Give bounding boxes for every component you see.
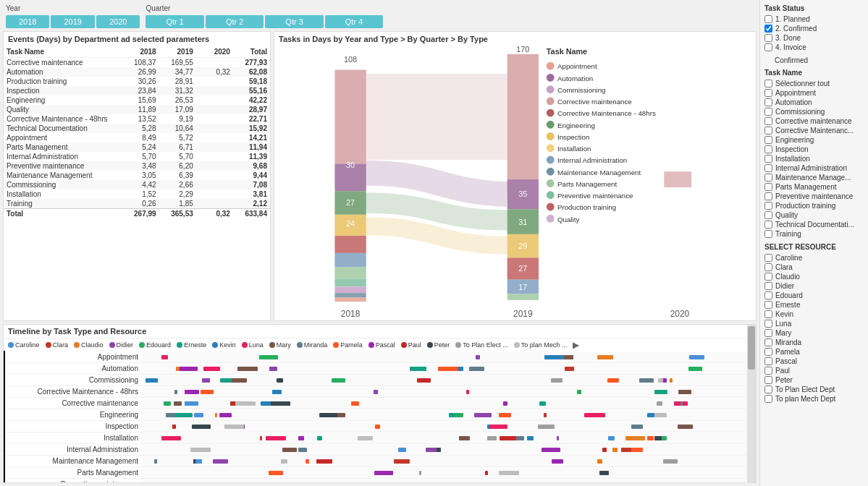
resource-checkbox[interactable] (764, 357, 772, 365)
row-value: 2,12 (233, 199, 270, 209)
timeline-bar (500, 436, 516, 440)
timeline-row-label: Inspection (4, 422, 141, 430)
task-name-checkbox[interactable] (764, 145, 772, 153)
timeline-scroll-thumb[interactable] (748, 326, 755, 370)
resource-checkbox[interactable] (764, 385, 772, 393)
timeline-row: Engineering (4, 409, 756, 421)
resource-checkbox[interactable] (764, 263, 772, 271)
task-name-checkbox[interactable] (764, 89, 772, 97)
timeline-legend-item: Caroline (8, 341, 40, 349)
resource-label: Didier (775, 282, 794, 290)
task-status-checkbox[interactable] (764, 15, 772, 23)
timeline-bar (639, 378, 654, 383)
task-status-checkbox[interactable] (764, 25, 772, 33)
timeline-track (141, 410, 756, 420)
task-name-item: Internal Administration (764, 163, 864, 173)
resource-checkbox[interactable] (764, 320, 772, 328)
task-name-checkbox[interactable] (764, 202, 772, 210)
legend-text: Pascal (376, 341, 395, 349)
resource-checkbox[interactable] (764, 395, 772, 403)
task-name-checkbox[interactable] (764, 136, 772, 144)
task-name-checkbox[interactable] (764, 127, 772, 135)
task-status-label: 2. Confirmed (775, 25, 817, 33)
resource-checkbox[interactable] (764, 348, 772, 356)
quarter-btn-3[interactable]: Qtr 3 (265, 15, 323, 28)
timeline-bar (302, 482, 313, 484)
timeline-legend-item: Clara (46, 341, 69, 349)
task-name-checkbox[interactable] (764, 80, 772, 88)
task-name-checkbox[interactable] (764, 164, 772, 172)
resource-label: Peter (775, 376, 793, 384)
timeline-track (141, 445, 756, 455)
svg-point-36 (547, 97, 555, 105)
task-name-checkbox[interactable] (764, 192, 772, 200)
svg-rect-8 (334, 286, 366, 293)
task-status-items: 1. Planned2. Confirmed3. Done4. Invoice (764, 14, 864, 52)
task-name-checkbox[interactable] (764, 108, 772, 116)
row-value (196, 86, 233, 95)
task-name-checkbox[interactable] (764, 211, 772, 219)
task-name-item: Production training (764, 201, 864, 210)
resource-checkbox[interactable] (764, 273, 772, 281)
resource-checkbox[interactable] (764, 301, 772, 309)
svg-point-30 (547, 62, 555, 70)
svg-text:Maintenance Management: Maintenance Management (557, 169, 641, 176)
task-name-checkbox[interactable] (764, 174, 772, 182)
timeline-scrollbar[interactable] (747, 325, 756, 482)
timeline-track (141, 468, 756, 478)
resource-checkbox[interactable] (764, 329, 772, 337)
task-name-checkbox[interactable] (764, 98, 772, 106)
events-table: Task Name 2018 2019 2020 Total Correctiv… (4, 46, 270, 218)
task-name-checkbox[interactable] (764, 117, 772, 125)
task-name-checkbox[interactable] (764, 221, 772, 229)
row-value: 108,37 (122, 58, 159, 68)
row-value: 11,89 (122, 105, 159, 114)
timeline-bar (410, 367, 426, 371)
year-btn-2018[interactable]: 2018 (6, 15, 49, 28)
svg-point-50 (547, 179, 555, 187)
task-name-checkbox[interactable] (764, 230, 772, 238)
quarter-btn-2[interactable]: Qtr 2 (206, 15, 264, 28)
table-row: Quality11,8917,0928,97 (4, 105, 270, 114)
legend-text: Kevin (219, 341, 236, 349)
task-name-checkbox[interactable] (764, 183, 772, 191)
resource-checkbox[interactable] (764, 291, 772, 299)
resource-checkbox[interactable] (764, 338, 772, 346)
resource-checkbox[interactable] (764, 310, 772, 318)
resource-checkbox[interactable] (764, 376, 772, 384)
quarter-btn-4[interactable]: Qtr 4 (325, 15, 383, 28)
table-row: Production training30,2628,9159,18 (4, 77, 270, 86)
resource-item: Miranda (764, 338, 864, 347)
timeline-track (141, 375, 756, 385)
row-value (196, 124, 233, 133)
task-name-filter-section: Task Name Sélectionner toutAppointmentAu… (764, 69, 864, 239)
timeline-bar (317, 436, 322, 440)
svg-rect-28 (664, 171, 691, 187)
task-name-checkbox[interactable] (764, 155, 772, 163)
resource-checkbox[interactable] (764, 254, 772, 262)
table-row: Maintenance Management3,056,399,44 (4, 171, 270, 180)
task-status-checkbox[interactable] (764, 43, 772, 51)
legend-color-dot (333, 342, 339, 348)
resource-item: Erneste (764, 300, 864, 310)
timeline-row: Automation (4, 363, 756, 375)
resource-label: Erneste (775, 301, 800, 309)
quarter-btn-1[interactable]: Qtr 1 (146, 15, 203, 28)
year-btn-2019[interactable]: 2019 (51, 15, 94, 28)
timeline-bar (316, 459, 333, 464)
legend-text: Claudio (81, 341, 104, 349)
resource-label: Paul (775, 367, 790, 375)
timeline-row-label: Installation (4, 434, 141, 442)
resource-checkbox[interactable] (764, 367, 772, 375)
resource-checkbox[interactable] (764, 282, 772, 290)
legend-scroll-arrow[interactable]: ▶ (573, 340, 579, 350)
year-btn-2020[interactable]: 2020 (96, 15, 140, 28)
resource-label: Kevin (775, 310, 793, 318)
row-task-name: Appointment (4, 133, 122, 142)
row-value: 0,32 (196, 209, 233, 219)
svg-rect-10 (334, 298, 366, 302)
row-value: 11,94 (233, 142, 270, 152)
task-status-checkbox[interactable] (764, 34, 772, 42)
timeline-bar (174, 390, 177, 394)
legend-color-dot (269, 342, 275, 348)
